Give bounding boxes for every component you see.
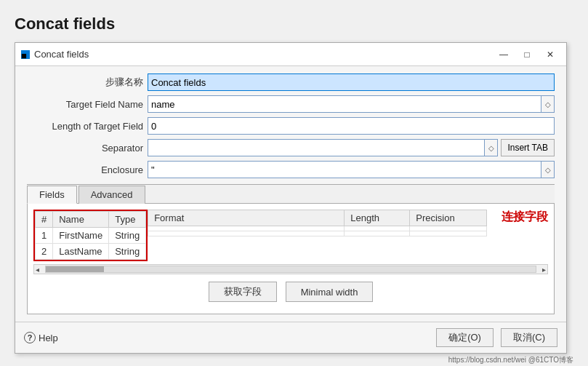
extra-row [148,231,487,236]
cell-name: FirstName [53,228,109,244]
extra-precision [410,226,487,231]
extra-row [148,226,487,231]
length-input[interactable] [148,117,555,135]
length-label: Length of Target Field [27,121,143,132]
scroll-thumb[interactable] [46,266,104,272]
bottom-bar: ? Help 确定(O) 取消(C) [15,322,566,353]
window-title: Concat fields [34,49,494,60]
watermark: https://blog.csdn.net/wei @61CTO博客 [15,355,573,365]
horizontal-scrollbar[interactable]: ◂ ▸ [33,264,548,274]
step-name-row: 步骤名称 [27,73,555,91]
maximize-button[interactable]: □ [517,47,537,62]
title-bar: ■ Concat fields — □ ✕ [15,43,566,66]
separator-row: Separator ◇ Insert TAB [27,139,555,156]
col-header-length: Length [345,210,410,226]
tab-advanced[interactable]: Advanced [78,186,145,204]
confirm-buttons: 确定(O) 取消(C) [436,328,557,347]
target-field-arrow[interactable]: ◇ [541,95,555,113]
extra-length [345,231,410,236]
window-icon: ■ [21,50,30,59]
separator-label: Separator [27,143,143,154]
enclosure-row: Enclosure ◇ [27,161,555,178]
get-fields-button[interactable]: 获取字段 [209,282,277,302]
scroll-left-arrow[interactable]: ◂ [34,266,41,274]
help-link[interactable]: ? Help [24,332,58,343]
target-field-row: Target Field Name ◇ [27,95,555,113]
cell-num: 1 [36,228,53,244]
step-name-input[interactable] [148,73,555,91]
cell-type: String [109,244,146,260]
extra-precision [410,231,487,236]
extra-format [148,231,345,236]
tab-content-fields: # Name Type 1 FirstName String [27,203,555,314]
target-field-input[interactable] [148,95,541,113]
window-content: 步骤名称 Target Field Name ◇ Length of Targe… [15,66,566,322]
fields-table: # Name Type 1 FirstName String [35,211,146,260]
tabs-header: Fields Advanced [27,185,555,203]
action-row: 获取字段 Minimal width [33,282,548,308]
tab-fields[interactable]: Fields [27,186,77,204]
separator-input[interactable] [148,139,485,156]
table-area: # Name Type 1 FirstName String [33,210,548,261]
col-header-num: # [36,212,53,228]
tabs-container: Fields Advanced # Name Type [27,184,555,314]
col-header-name: Name [53,212,109,228]
extra-length [345,226,410,231]
help-icon: ? [24,332,36,343]
extra-header-row: Format Length Precision [148,210,487,226]
page-title: Concat fields [15,15,573,33]
separator-arrow[interactable]: ◇ [485,139,498,156]
help-label: Help [39,333,58,343]
concat-fields-label: 连接字段 [502,210,548,225]
confirm-button[interactable]: 确定(O) [436,328,494,347]
cell-name: LastName [53,244,109,260]
col-header-format: Format [148,210,345,226]
highlighted-table-area: # Name Type 1 FirstName String [33,210,148,261]
minimize-button[interactable]: — [494,47,514,62]
table-header-row: # Name Type [36,212,146,228]
target-field-label: Target Field Name [27,99,143,110]
extra-format [148,226,345,231]
enclosure-label: Enclosure [27,164,143,175]
main-window: ■ Concat fields — □ ✕ 步骤名称 Target Field … [15,42,567,354]
cell-num: 2 [36,244,53,260]
cell-type: String [109,228,146,244]
minimal-width-button[interactable]: Minimal width [286,282,374,302]
extra-columns-table: Format Length Precision [148,210,487,236]
scroll-track[interactable] [45,266,536,273]
scroll-right-arrow[interactable]: ▸ [541,266,547,274]
table-row[interactable]: 2 LastName String [36,244,146,260]
step-name-label: 步骤名称 [27,76,143,89]
col-header-precision: Precision [410,210,487,226]
enclosure-input[interactable] [148,161,541,178]
length-row: Length of Target Field [27,117,555,135]
col-header-type: Type [109,212,146,228]
window-controls: — □ ✕ [494,47,560,62]
table-row[interactable]: 1 FirstName String [36,228,146,244]
enclosure-arrow[interactable]: ◇ [541,161,555,178]
cancel-button[interactable]: 取消(C) [501,328,557,347]
close-button[interactable]: ✕ [540,47,560,62]
insert-tab-button[interactable]: Insert TAB [501,139,555,156]
